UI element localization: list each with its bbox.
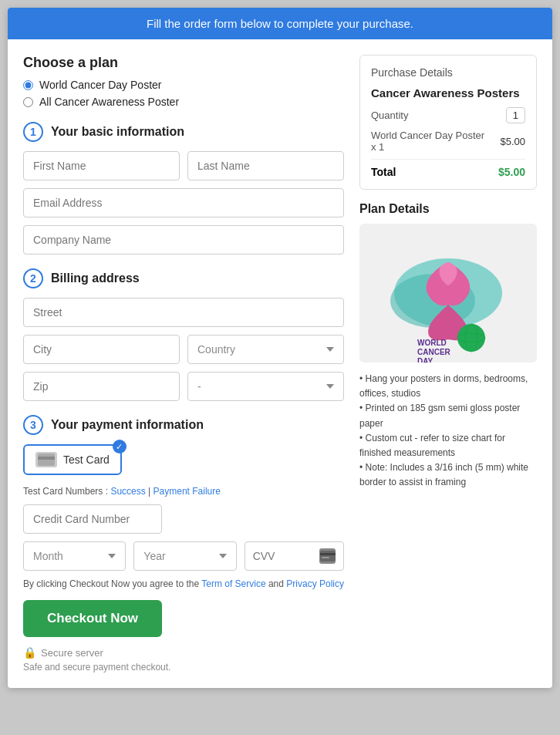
city-input[interactable] (23, 335, 180, 364)
quantity-value[interactable]: 1 (506, 107, 525, 123)
terms-text: By clicking Checkout Now you agree to th… (23, 578, 344, 589)
total-label: Total (371, 166, 396, 178)
plan-radio-world-cancer[interactable] (23, 80, 33, 90)
first-name-input[interactable] (23, 151, 180, 180)
billing-title: Billing address (51, 271, 140, 285)
plan-label-world-cancer: World Cancer Day Poster (39, 79, 161, 91)
name-row (23, 151, 344, 180)
secure-label: Secure server (41, 647, 103, 659)
company-row (23, 225, 344, 255)
plan-label-all-cancer: All Cancer Awareness Poster (39, 96, 179, 108)
feature-2: Printed on 185 gsm semi gloss poster pap… (359, 401, 537, 430)
plan-details-title: Plan Details (359, 202, 537, 216)
pp-link[interactable]: Privacy Policy (286, 578, 344, 589)
svg-rect-2 (320, 551, 336, 561)
product-price: $5.00 (500, 136, 525, 147)
cvv-input[interactable] (253, 542, 315, 570)
cc-number-input[interactable] (23, 504, 162, 534)
email-row (23, 188, 344, 217)
test-card-sep: | (146, 486, 153, 497)
feature-1: Hang your posters in dorms, bedrooms, of… (359, 372, 537, 401)
state-select[interactable]: - (187, 372, 344, 401)
top-banner: Fill the order form below to complete yo… (8, 8, 552, 39)
svg-point-8 (457, 324, 485, 352)
zip-state-row: - (23, 372, 344, 401)
product-name: World Cancer Day Poster x 1 (371, 130, 484, 153)
card-check-icon: ✓ (113, 440, 127, 453)
zip-input[interactable] (23, 372, 180, 401)
section-num-3: 3 (23, 415, 43, 435)
total-price: $5.00 (498, 166, 525, 178)
svg-text:CANCER: CANCER (417, 348, 451, 356)
secure-badge: 🔒 Secure server (23, 646, 344, 659)
card-icon (35, 452, 57, 467)
quantity-row: Quantity 1 (371, 107, 525, 123)
purchase-details-title: Purchase Details (371, 66, 525, 79)
email-input[interactable] (23, 188, 344, 217)
svg-rect-4 (322, 557, 329, 558)
section-num-1: 1 (23, 122, 43, 142)
cvv-row: Month 01020304 05060708 09101112 Year 20… (23, 541, 344, 571)
card-label: Test Card (63, 453, 110, 466)
plan-radio-all-cancer[interactable] (23, 97, 33, 107)
country-select[interactable]: Country (187, 335, 344, 364)
test-card-prefix: Test Card Numbers : (23, 486, 110, 497)
terms-prefix: By clicking Checkout Now you agree to th… (23, 578, 201, 589)
test-card-info: Test Card Numbers : Success | Payment Fa… (23, 486, 344, 497)
svg-text:DAY: DAY (417, 357, 433, 362)
product-row: World Cancer Day Poster x 1 $5.00 (371, 130, 525, 153)
terms-middle: and (266, 578, 287, 589)
test-card-success-link[interactable]: Success (110, 486, 145, 497)
cvv-wrapper (245, 541, 344, 571)
main-content: Choose a plan World Cancer Day Poster Al… (8, 39, 552, 688)
plan-title: Choose a plan (23, 55, 344, 71)
right-panel: Purchase Details Cancer Awareness Poster… (359, 55, 537, 673)
feature-4: Note: Includes a 3/16 inch (5 mm) white … (359, 460, 537, 490)
safe-text: Safe and secure payment checkout. (23, 662, 344, 673)
total-row: Total $5.00 (371, 166, 525, 178)
purchase-details-box: Purchase Details Cancer Awareness Poster… (359, 55, 537, 190)
payment-title: Your payment information (51, 418, 204, 432)
left-panel: Choose a plan World Cancer Day Poster Al… (23, 55, 344, 673)
svg-rect-3 (320, 553, 336, 555)
section-num-2: 2 (23, 268, 43, 288)
city-country-row: Country (23, 335, 344, 364)
payment-header: 3 Your payment information (23, 415, 344, 435)
banner-text: Fill the order form below to complete yo… (147, 17, 413, 30)
card-option[interactable]: Test Card ✓ (23, 444, 122, 475)
last-name-input[interactable] (187, 151, 344, 180)
basic-info-title: Your basic information (51, 125, 184, 139)
plan-details-section: Plan Details (359, 202, 537, 491)
street-row (23, 298, 344, 327)
billing-header: 2 Billing address (23, 268, 344, 288)
year-select[interactable]: Year 2024202520262027 (133, 541, 236, 571)
lock-icon: 🔒 (23, 646, 36, 659)
street-input[interactable] (23, 298, 344, 327)
plan-option-all-cancer[interactable]: All Cancer Awareness Poster (23, 96, 344, 108)
plan-option-world-cancer[interactable]: World Cancer Day Poster (23, 79, 344, 91)
company-input[interactable] (23, 225, 344, 255)
month-select[interactable]: Month 01020304 05060708 09101112 (23, 541, 126, 571)
plan-section: Choose a plan World Cancer Day Poster Al… (23, 55, 344, 108)
tos-link[interactable]: Term of Service (201, 578, 265, 589)
page-wrapper: Fill the order form below to complete yo… (8, 8, 552, 688)
plan-features-list: Hang your posters in dorms, bedrooms, of… (359, 372, 537, 491)
basic-info-header: 1 Your basic information (23, 122, 344, 142)
test-card-failure-link[interactable]: Payment Failure (153, 486, 221, 497)
purchase-product-title: Cancer Awareness Posters (371, 86, 525, 99)
total-divider (371, 159, 525, 160)
feature-3: Custom cut - refer to size chart for fin… (359, 431, 537, 460)
quantity-label: Quantity (371, 110, 408, 121)
checkout-button[interactable]: Checkout Now (23, 600, 162, 637)
svg-rect-1 (38, 457, 55, 460)
cvv-card-icon (319, 548, 336, 564)
svg-text:WORLD: WORLD (417, 339, 447, 347)
poster-image: WORLD CANCER DAY (359, 224, 537, 362)
cc-number-row (23, 504, 344, 534)
